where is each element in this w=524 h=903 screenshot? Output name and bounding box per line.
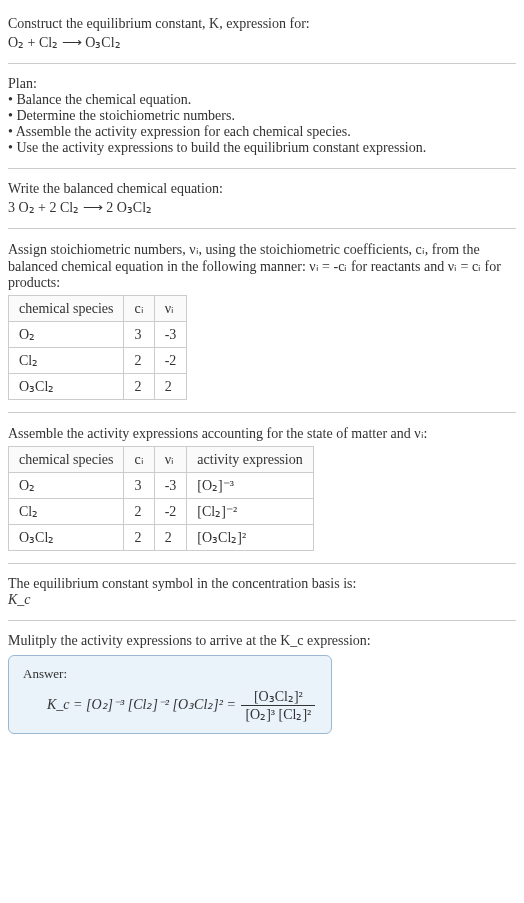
balanced-heading: Write the balanced chemical equation: bbox=[8, 181, 516, 197]
cell-expr: [O₂]⁻³ bbox=[187, 473, 313, 499]
table-row: O₃Cl₂ 2 2 [O₃Cl₂]² bbox=[9, 525, 314, 551]
cell-v: -2 bbox=[154, 348, 187, 374]
stoich-text: Assign stoichiometric numbers, νᵢ, using… bbox=[8, 241, 516, 291]
symbol-line: The equilibrium constant symbol in the c… bbox=[8, 576, 516, 592]
intro-reaction: O₂ + Cl₂ ⟶ O₃Cl₂ bbox=[8, 34, 516, 51]
answer-numerator: [O₃Cl₂]² bbox=[241, 688, 315, 706]
stoich-section: Assign stoichiometric numbers, νᵢ, using… bbox=[8, 233, 516, 408]
balanced-section: Write the balanced chemical equation: 3 … bbox=[8, 173, 516, 224]
divider bbox=[8, 228, 516, 229]
intro-section: Construct the equilibrium constant, K, e… bbox=[8, 8, 516, 59]
table-header-row: chemical species cᵢ νᵢ bbox=[9, 296, 187, 322]
col-species: chemical species bbox=[9, 447, 124, 473]
cell-expr: [Cl₂]⁻² bbox=[187, 499, 313, 525]
answer-expression: K_c = [O₂]⁻³ [Cl₂]⁻² [O₃Cl₂]² = [O₃Cl₂]²… bbox=[23, 688, 317, 723]
plan-section: Plan: • Balance the chemical equation. •… bbox=[8, 68, 516, 164]
divider bbox=[8, 412, 516, 413]
col-expr: activity expression bbox=[187, 447, 313, 473]
divider bbox=[8, 168, 516, 169]
cell-c: 3 bbox=[124, 473, 154, 499]
cell-c: 2 bbox=[124, 374, 154, 400]
activity-table: chemical species cᵢ νᵢ activity expressi… bbox=[8, 446, 314, 551]
answer-denominator: [O₂]³ [Cl₂]² bbox=[241, 706, 315, 723]
col-v: νᵢ bbox=[154, 447, 187, 473]
balanced-reaction: 3 O₂ + 2 Cl₂ ⟶ 2 O₃Cl₂ bbox=[8, 199, 516, 216]
plan-heading: Plan: bbox=[8, 76, 516, 92]
answer-lhs: K_c = [O₂]⁻³ [Cl₂]⁻² [O₃Cl₂]² = bbox=[47, 697, 236, 712]
divider bbox=[8, 63, 516, 64]
table-row: O₂ 3 -3 bbox=[9, 322, 187, 348]
cell-species: O₂ bbox=[9, 473, 124, 499]
plan-bullet-2: • Determine the stoichiometric numbers. bbox=[8, 108, 516, 124]
col-c: cᵢ bbox=[124, 296, 154, 322]
col-v: νᵢ bbox=[154, 296, 187, 322]
cell-v: 2 bbox=[154, 374, 187, 400]
cell-v: -2 bbox=[154, 499, 187, 525]
answer-box: Answer: K_c = [O₂]⁻³ [Cl₂]⁻² [O₃Cl₂]² = … bbox=[8, 655, 332, 734]
table-row: Cl₂ 2 -2 [Cl₂]⁻² bbox=[9, 499, 314, 525]
cell-v: -3 bbox=[154, 473, 187, 499]
stoich-table: chemical species cᵢ νᵢ O₂ 3 -3 Cl₂ 2 -2 … bbox=[8, 295, 187, 400]
cell-c: 3 bbox=[124, 322, 154, 348]
table-row: Cl₂ 2 -2 bbox=[9, 348, 187, 374]
divider bbox=[8, 563, 516, 564]
plan-bullet-1: • Balance the chemical equation. bbox=[8, 92, 516, 108]
cell-c: 2 bbox=[124, 348, 154, 374]
plan-bullet-4: • Use the activity expressions to build … bbox=[8, 140, 516, 156]
cell-c: 2 bbox=[124, 525, 154, 551]
col-species: chemical species bbox=[9, 296, 124, 322]
table-row: O₂ 3 -3 [O₂]⁻³ bbox=[9, 473, 314, 499]
answer-fraction: [O₃Cl₂]² [O₂]³ [Cl₂]² bbox=[241, 688, 315, 723]
plan-bullet-3: • Assemble the activity expression for e… bbox=[8, 124, 516, 140]
col-c: cᵢ bbox=[124, 447, 154, 473]
divider bbox=[8, 620, 516, 621]
cell-v: -3 bbox=[154, 322, 187, 348]
cell-species: O₃Cl₂ bbox=[9, 374, 124, 400]
table-header-row: chemical species cᵢ νᵢ activity expressi… bbox=[9, 447, 314, 473]
table-row: O₃Cl₂ 2 2 bbox=[9, 374, 187, 400]
cell-species: O₃Cl₂ bbox=[9, 525, 124, 551]
multiply-line: Mulitply the activity expressions to arr… bbox=[8, 633, 516, 649]
cell-species: Cl₂ bbox=[9, 348, 124, 374]
symbol-section: The equilibrium constant symbol in the c… bbox=[8, 568, 516, 616]
answer-label: Answer: bbox=[23, 666, 317, 682]
cell-species: Cl₂ bbox=[9, 499, 124, 525]
cell-v: 2 bbox=[154, 525, 187, 551]
cell-c: 2 bbox=[124, 499, 154, 525]
activity-section: Assemble the activity expressions accoun… bbox=[8, 417, 516, 559]
cell-species: O₂ bbox=[9, 322, 124, 348]
activity-heading: Assemble the activity expressions accoun… bbox=[8, 425, 516, 442]
multiply-section: Mulitply the activity expressions to arr… bbox=[8, 625, 516, 742]
cell-expr: [O₃Cl₂]² bbox=[187, 525, 313, 551]
symbol-k: K_c bbox=[8, 592, 516, 608]
intro-line1: Construct the equilibrium constant, K, e… bbox=[8, 16, 516, 32]
